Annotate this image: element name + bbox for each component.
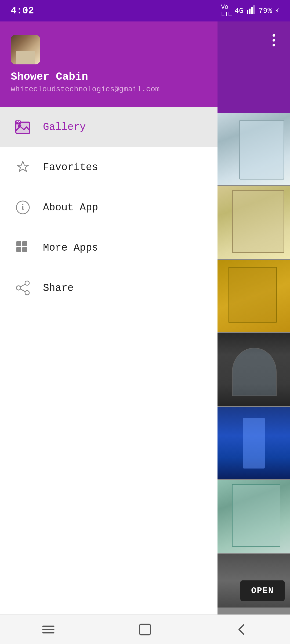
svg-rect-0 (247, 10, 248, 14)
status-bar: 4:02 VoLTE 4G 79% ⚡ (0, 0, 290, 21)
svg-rect-12 (16, 247, 21, 252)
app-email: whitecloudstechnologies@gmail.com (11, 85, 207, 93)
drawer-menu: Gallery Favorites i Ab (0, 107, 218, 614)
gallery-background (218, 21, 290, 614)
svg-rect-11 (22, 241, 27, 246)
svg-rect-13 (22, 247, 27, 252)
svg-point-14 (25, 281, 29, 285)
main-container: OPEN Shower Cabin whitecloudstechnologie… (0, 21, 290, 614)
signal-icon (246, 5, 256, 17)
about-label: About App (43, 202, 98, 213)
drawer-header: Shower Cabin whitecloudstechnologies@gma… (0, 21, 218, 107)
gallery-thumb-3 (218, 260, 290, 332)
three-dots-button[interactable] (266, 32, 282, 48)
gallery-icon (13, 118, 32, 136)
status-icons: VoLTE 4G 79% ⚡ (221, 3, 279, 18)
app-icon (11, 35, 40, 64)
svg-rect-1 (249, 9, 251, 14)
svg-rect-2 (251, 7, 253, 14)
network-type: VoLTE (221, 3, 232, 18)
network-speed: 4G (234, 7, 244, 15)
gallery-thumb-4 (218, 333, 290, 406)
star-icon (13, 158, 32, 177)
menu-item-favorites[interactable]: Favorites (0, 147, 218, 187)
navigation-drawer: Shower Cabin whitecloudstechnologies@gma… (0, 21, 218, 614)
dot-2 (273, 39, 275, 42)
svg-line-17 (20, 284, 25, 287)
open-button[interactable]: OPEN (240, 580, 285, 601)
gallery-thumb-6 (218, 480, 290, 553)
app-name: Shower Cabin (11, 71, 207, 83)
navigation-bar (0, 614, 290, 644)
svg-point-15 (16, 286, 21, 290)
info-icon: i (13, 198, 32, 217)
favorites-label: Favorites (43, 162, 98, 173)
status-time: 4:02 (11, 5, 34, 16)
menu-item-share[interactable]: Share (0, 268, 218, 308)
nav-menu-button[interactable] (38, 619, 59, 640)
dot-1 (273, 34, 275, 37)
svg-text:i: i (22, 202, 24, 211)
share-icon (13, 279, 32, 297)
gallery-thumb-1 (218, 113, 290, 185)
more-apps-label: More Apps (43, 242, 98, 254)
app-icon-image (11, 35, 40, 64)
svg-line-18 (20, 289, 25, 292)
menu-item-about[interactable]: i About App (0, 187, 218, 228)
grid-icon (13, 238, 32, 257)
app-info: Shower Cabin whitecloudstechnologies@gma… (11, 71, 207, 93)
dot-3 (273, 44, 275, 46)
svg-rect-3 (253, 5, 255, 14)
svg-rect-10 (16, 241, 21, 246)
gallery-label: Gallery (43, 121, 86, 133)
nav-back-button[interactable] (231, 619, 252, 640)
menu-item-more-apps[interactable]: More Apps (0, 228, 218, 268)
gallery-thumb-5 (218, 407, 290, 479)
battery-level: 79% (259, 7, 272, 15)
svg-point-16 (25, 291, 29, 295)
share-label: Share (43, 282, 74, 294)
nav-home-button[interactable] (134, 619, 156, 640)
battery-icon: ⚡ (275, 6, 279, 15)
menu-item-gallery[interactable]: Gallery (0, 107, 218, 147)
svg-rect-22 (140, 624, 150, 635)
gallery-thumb-2 (218, 186, 290, 259)
